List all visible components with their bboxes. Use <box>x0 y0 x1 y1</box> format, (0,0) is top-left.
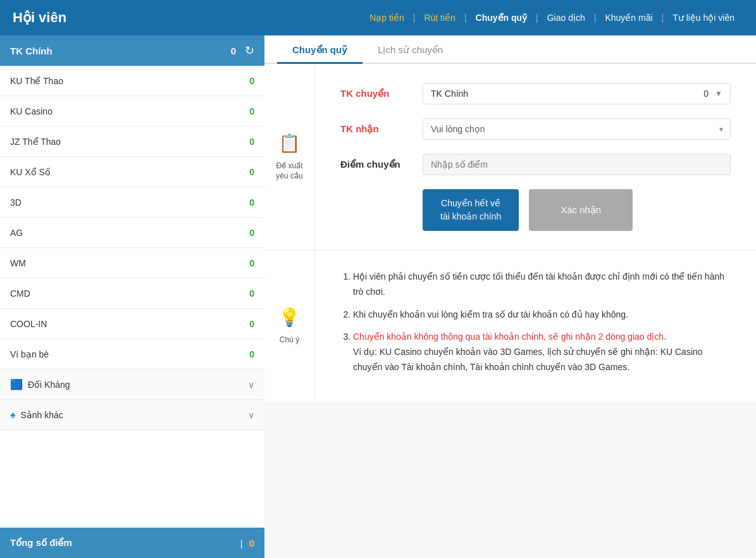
sidebar-item-cmd[interactable]: CMD 0 <box>0 278 264 309</box>
tk-chuyen-label: TK chuyển <box>340 88 423 99</box>
sidebar-item-value: 0 <box>249 258 254 268</box>
tk-chuyen-balance: 0 <box>703 89 709 99</box>
clipboard-icon: 📋 <box>278 133 301 154</box>
sidebar-item-label: 3D <box>10 197 249 208</box>
sidebar-item-label: JZ Thể Thao <box>10 137 249 147</box>
nav-nap-tien[interactable]: Nạp tiền <box>361 13 413 23</box>
sidebar-item-cool-in[interactable]: COOL-IN 0 <box>0 309 264 339</box>
sidebar-item-vi-ban-be[interactable]: Ví bạn bè 0 <box>0 339 264 369</box>
tab-lich-su-chuyen[interactable]: Lịch sử chuyển <box>363 35 458 64</box>
sidebar-item-label: CMD <box>10 288 249 299</box>
header-nav: Nạp tiền | Rút tiền | Chuyển quỹ | Giao … <box>361 13 743 23</box>
sidebar-item-label: AG <box>10 228 249 238</box>
tabs-container: Chuyển quỹ Lịch sử chuyển <box>264 35 756 64</box>
refresh-icon[interactable]: ↻ <box>245 44 254 58</box>
sidebar-items-container: KU Thể Thao 0 KU Casino 0 JZ Thể Thao 0 … <box>0 66 264 528</box>
sidebar-tk-chinh-value: 0 <box>231 46 236 56</box>
transfer-all-button[interactable]: Chuyển hết vềtài khoản chính <box>423 189 519 231</box>
sidebar-item-value: 0 <box>249 319 254 329</box>
diem-chuyen-input[interactable] <box>423 154 731 175</box>
sidebar-total-value: 0 <box>249 538 254 549</box>
sidebar-item-3d[interactable]: 3D 0 <box>0 187 264 218</box>
sidebar-item-wm[interactable]: WM 0 <box>0 248 264 278</box>
sidebar-item-value: 0 <box>249 228 254 238</box>
note-text-2: Khi chuyển khoản vui lòng kiểm tra số dư… <box>353 309 628 319</box>
chu-y-label: Chú ý <box>280 335 299 345</box>
sidebar-item-label: KU Casino <box>10 106 249 116</box>
sidebar-item-value: 0 <box>249 137 254 147</box>
sidebar-item-label: WM <box>10 258 249 268</box>
bulb-icon: 💡 <box>278 307 301 328</box>
sidebar-item-label: KU Xổ Số <box>10 167 249 177</box>
nav-khuyen-mai[interactable]: Khuyến mãi <box>596 13 661 23</box>
sidebar-item-value: 0 <box>249 197 254 208</box>
sidebar-item-label: Ví bạn bè <box>10 349 249 359</box>
sidebar-total: Tổng số điểm | 0 <box>0 528 264 558</box>
sidebar: TK Chính 0 ↻ KU Thể Thao 0 KU Casino 0 J… <box>0 35 264 558</box>
confirm-button[interactable]: Xác nhận <box>529 189 633 231</box>
sidebar-total-label: Tổng số điểm <box>10 537 240 549</box>
chevron-down-icon: ∨ <box>248 410 254 420</box>
form-buttons: Chuyển hết vềtài khoản chính Xác nhận <box>423 189 731 231</box>
sidebar-item-ag[interactable]: AG 0 <box>0 218 264 248</box>
chu-y-panel: 💡 Chú ý <box>264 251 315 402</box>
tk-nhan-row: TK nhận Vui lòng chọn KU Thể Thao KU Cas… <box>340 118 731 140</box>
sidebar-item-value: 0 <box>249 349 254 359</box>
note-highlight-3: Chuyển khoản không thông qua tài khoản c… <box>353 332 666 342</box>
transfer-form: TK chuyển TK Chính 0 ▼ TK nhận Vui lòng … <box>315 64 756 251</box>
nav-giao-dich[interactable]: Giao dịch <box>538 13 594 23</box>
note-item-1: Hội viên phải chuyển số tiền cược tối th… <box>353 270 731 300</box>
main-content: Chuyển quỹ Lịch sử chuyển 📋 Đề xuấtyêu c… <box>264 35 756 558</box>
sidebar-section-label: Đối Kháng <box>28 380 248 390</box>
sidebar-section-sanh-khac[interactable]: ♠ Sảnh khác ∨ <box>0 400 264 430</box>
sidebar-tk-chinh-label: TK Chính <box>10 46 231 56</box>
sidebar-item-ku-casino[interactable]: KU Casino 0 <box>0 96 264 127</box>
notes-content: Hội viên phải chuyển số tiền cược tối th… <box>315 251 756 402</box>
dropdown-arrow-icon: ▼ <box>715 89 722 98</box>
tk-nhan-select-wrapper[interactable]: Vui lòng chọn KU Thể Thao KU Casino JZ T… <box>423 118 731 140</box>
de-xuat-label: Đề xuấtyêu cầu <box>276 161 302 181</box>
sidebar-total-sep: | <box>240 538 243 549</box>
doi-khang-icon: 🟦 <box>10 378 23 390</box>
notes-list: Hội viên phải chuyển số tiền cược tối th… <box>340 270 731 375</box>
nav-chuyen-quy[interactable]: Chuyển quỹ <box>467 13 536 23</box>
note-item-2: Khi chuyển khoản vui lòng kiểm tra số dư… <box>353 307 731 323</box>
tk-nhan-label: TK nhận <box>340 123 423 135</box>
diem-chuyen-label: Điểm chuyển <box>340 159 423 170</box>
sidebar-item-ku-the-thao[interactable]: KU Thể Thao 0 <box>0 66 264 96</box>
notes-row: 💡 Chú ý Hội viên phải chuyển số tiền cượ… <box>264 251 756 402</box>
sidebar-item-value: 0 <box>249 288 254 299</box>
sidebar-item-ku-xo-so[interactable]: KU Xổ Số 0 <box>0 157 264 187</box>
tk-chuyen-value: TK Chính <box>431 89 703 99</box>
note-text-1: Hội viên phải chuyển số tiền cược tối th… <box>353 271 724 297</box>
sidebar-item-value: 0 <box>249 106 254 116</box>
tk-nhan-select[interactable]: Vui lòng chọn KU Thể Thao KU Casino JZ T… <box>423 118 731 140</box>
header: Hội viên Nạp tiền | Rút tiền | Chuyển qu… <box>0 0 756 35</box>
tk-chuyen-row: TK chuyển TK Chính 0 ▼ <box>340 83 731 104</box>
nav-tu-lieu[interactable]: Tư liệu hội viên <box>664 13 743 23</box>
note-example-3: Ví dụ: KU Casino chuyển khoản vào 3D Gam… <box>353 347 703 372</box>
de-xuat-panel: 📋 Đề xuấtyêu cầu <box>264 64 315 251</box>
sidebar-section-doi-khang[interactable]: 🟦 Đối Kháng ∨ <box>0 369 264 400</box>
layout: TK Chính 0 ↻ KU Thể Thao 0 KU Casino 0 J… <box>0 35 756 558</box>
chevron-down-icon: ∨ <box>248 380 254 390</box>
sidebar-item-label: KU Thể Thao <box>10 76 249 86</box>
sidebar-item-jz-the-thao[interactable]: JZ Thể Thao 0 <box>0 127 264 157</box>
sidebar-item-value: 0 <box>249 167 254 177</box>
note-item-3: Chuyển khoản không thông qua tài khoản c… <box>353 330 731 375</box>
header-title: Hội viên <box>13 9 66 26</box>
sidebar-section-label: Sảnh khác <box>21 410 249 420</box>
sidebar-item-value: 0 <box>249 76 254 86</box>
diem-chuyen-row: Điểm chuyển <box>340 154 731 175</box>
nav-rut-tien[interactable]: Rút tiền <box>415 13 464 23</box>
tab-chuyen-quy[interactable]: Chuyển quỹ <box>277 35 363 64</box>
sidebar-tk-chinh: TK Chính 0 ↻ <box>0 35 264 66</box>
sidebar-item-label: COOL-IN <box>10 319 249 329</box>
transfer-form-row: 📋 Đề xuấtyêu cầu TK chuyển TK Chính 0 ▼ <box>264 64 756 251</box>
sanh-khac-icon: ♠ <box>10 409 16 421</box>
